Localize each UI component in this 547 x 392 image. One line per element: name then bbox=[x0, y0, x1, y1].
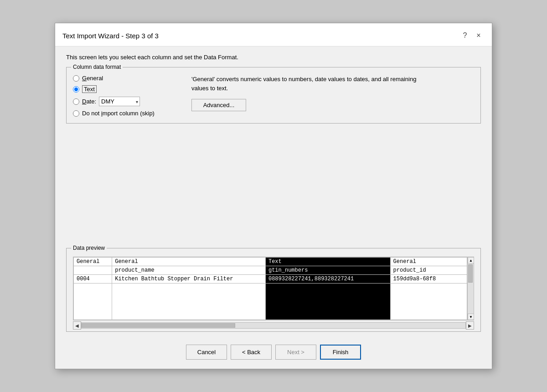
column-format-label: Column data format bbox=[71, 64, 123, 70]
radio-general[interactable] bbox=[73, 75, 79, 82]
back-button[interactable]: < Back bbox=[231, 345, 272, 360]
advanced-button[interactable]: Advanced... bbox=[191, 99, 246, 111]
radio-text[interactable] bbox=[73, 86, 79, 93]
preview-scroll-area[interactable]: General General Text General bbox=[73, 257, 467, 320]
preview-main-scroll: General General Text General bbox=[73, 257, 467, 320]
cell-0-1: product_name bbox=[112, 266, 266, 275]
table-row: product_name gtin_numbers product_id bbox=[74, 266, 467, 275]
radio-general-label[interactable]: General bbox=[82, 75, 103, 82]
data-preview-label: Data preview bbox=[71, 245, 107, 251]
cell-empty-0 bbox=[74, 284, 112, 320]
table-row: 0004 Kitchen Bathtub Stopper Drain Filte… bbox=[74, 275, 467, 284]
radio-general-row: General bbox=[73, 75, 173, 82]
description-text: This screen lets you select each column … bbox=[66, 54, 481, 61]
cell-1-2: 0889328227241,889328227241 bbox=[265, 275, 390, 284]
title-bar: Text Import Wizard - Step 3 of 3 ? × bbox=[55, 23, 492, 46]
h-scrollbar-thumb[interactable] bbox=[82, 323, 235, 328]
radio-date-label[interactable]: Date: bbox=[82, 98, 96, 105]
cell-0-3: product_id bbox=[390, 266, 467, 275]
horizontal-scroll-row: ◀ ▶ bbox=[73, 320, 474, 331]
col-header-0[interactable]: General bbox=[74, 258, 112, 266]
table-header-row: General General Text General bbox=[74, 258, 467, 266]
right-panel: 'General' converts numeric values to num… bbox=[191, 75, 474, 111]
cell-0-0 bbox=[74, 266, 112, 275]
v-scroll-down[interactable]: ▼ bbox=[468, 314, 474, 320]
cell-empty-2 bbox=[265, 284, 390, 320]
col-header-2[interactable]: Text bbox=[265, 258, 390, 266]
radio-group: General Text Date: DMY MDY bbox=[73, 75, 173, 117]
radio-text-row: Text bbox=[73, 85, 173, 93]
help-button[interactable]: ? bbox=[459, 30, 471, 41]
general-description: 'General' converts numeric values to num… bbox=[191, 75, 419, 93]
dialog-footer: Cancel < Back Next > Finish bbox=[55, 339, 492, 369]
preview-table-wrapper: General General Text General bbox=[73, 257, 474, 331]
radio-skip-label[interactable]: Do not import column (skip) bbox=[82, 110, 155, 117]
preview-table: General General Text General bbox=[73, 257, 467, 320]
radio-date[interactable] bbox=[73, 98, 79, 105]
cell-0-2: gtin_numbers bbox=[265, 266, 390, 275]
preview-content-area: General General Text General bbox=[73, 257, 474, 320]
title-bar-right: ? × bbox=[459, 30, 485, 41]
dialog-body: This screen lets you select each column … bbox=[55, 46, 492, 339]
column-format-inner: General Text Date: DMY MDY bbox=[73, 72, 474, 117]
radio-text-label[interactable]: Text bbox=[82, 85, 97, 93]
cell-empty-1 bbox=[112, 284, 266, 320]
cancel-button[interactable]: Cancel bbox=[186, 345, 227, 360]
v-scrollbar: ▲ ▼ bbox=[467, 257, 474, 320]
h-scroll-right[interactable]: ▶ bbox=[466, 321, 474, 330]
date-select-wrapper: DMY MDY YMD YDM MYD DYM bbox=[99, 97, 140, 106]
text-import-wizard-dialog: Text Import Wizard - Step 3 of 3 ? × Thi… bbox=[55, 23, 492, 369]
data-preview-section: Data preview General General Text bbox=[66, 248, 481, 332]
table-row-empty bbox=[74, 284, 467, 320]
cell-1-0: 0004 bbox=[74, 275, 112, 284]
v-scroll-up[interactable]: ▲ bbox=[468, 257, 474, 263]
h-scrollbar-track bbox=[81, 322, 466, 329]
date-dropdown[interactable]: DMY MDY YMD YDM MYD DYM bbox=[99, 97, 140, 106]
close-button[interactable]: × bbox=[473, 30, 485, 41]
spacer bbox=[66, 130, 481, 242]
h-scroll-left[interactable]: ◀ bbox=[73, 321, 81, 330]
radio-skip-row: Do not import column (skip) bbox=[73, 110, 173, 117]
cell-empty-3 bbox=[390, 284, 467, 320]
title-bar-left: Text Import Wizard - Step 3 of 3 bbox=[62, 32, 159, 40]
col-header-1[interactable]: General bbox=[112, 258, 266, 266]
cell-1-1: Kitchen Bathtub Stopper Drain Filter bbox=[112, 275, 266, 284]
v-scrollbar-track bbox=[468, 263, 474, 314]
dialog-title: Text Import Wizard - Step 3 of 3 bbox=[62, 32, 159, 40]
next-button[interactable]: Next > bbox=[275, 345, 316, 360]
finish-button[interactable]: Finish bbox=[320, 345, 361, 360]
column-format-section: Column data format General Text bbox=[66, 67, 481, 124]
radio-date-row: Date: DMY MDY YMD YDM MYD DYM bbox=[73, 97, 173, 106]
col-header-3[interactable]: General bbox=[390, 258, 467, 266]
cell-1-3: 159dd9a8-68f8 bbox=[390, 275, 467, 284]
v-scrollbar-thumb[interactable] bbox=[468, 264, 473, 283]
radio-skip[interactable] bbox=[73, 110, 79, 117]
